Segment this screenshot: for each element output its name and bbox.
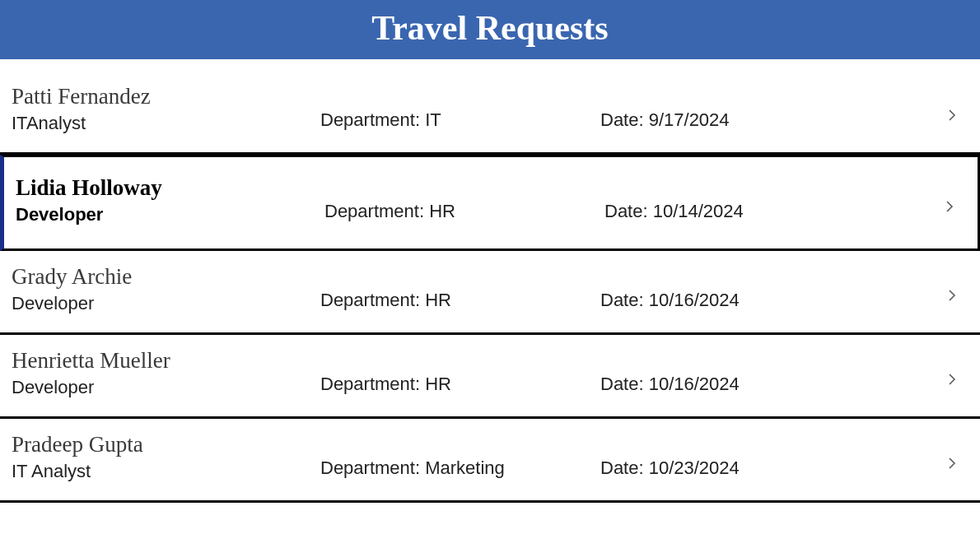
chevron-right-icon[interactable] (936, 97, 968, 122)
page-title: Travel Requests (0, 0, 980, 59)
date-cell: Date: 10/14/2024 (604, 179, 933, 222)
list-item[interactable]: Lidia HollowayDeveloperDepartment: HRDat… (0, 155, 980, 251)
person-role: Developer (16, 204, 324, 225)
request-list: Patti FernandezITAnalystDepartment: ITDa… (0, 71, 980, 503)
person-name: Patti Fernandez (12, 84, 320, 109)
person-name: Pradeep Gupta (12, 432, 320, 457)
person-name: Grady Archie (12, 264, 320, 290)
department-cell: Department: Marketing (320, 436, 600, 479)
person-role: Developer (12, 377, 320, 398)
list-item[interactable]: Grady ArchieDeveloperDepartment: HRDate:… (0, 251, 980, 335)
person-role: ITAnalyst (12, 113, 320, 134)
person-role: IT Analyst (12, 461, 320, 482)
person-name: Lidia Holloway (16, 175, 324, 201)
date-cell: Date: 10/16/2024 (600, 352, 936, 395)
name-role-column: Lidia HollowayDeveloper (16, 175, 324, 225)
department-cell: Department: HR (320, 352, 600, 395)
list-item[interactable]: Pradeep GuptaIT AnalystDepartment: Marke… (0, 419, 980, 503)
chevron-right-icon[interactable] (936, 445, 968, 470)
name-role-column: Patti FernandezITAnalyst (12, 84, 320, 134)
date-cell: Date: 9/17/2024 (600, 88, 936, 131)
department-cell: Department: HR (320, 268, 600, 311)
department-cell: Department: HR (324, 179, 604, 222)
person-role: Developer (12, 293, 320, 314)
department-cell: Department: IT (320, 88, 600, 131)
person-name: Henrietta Mueller (12, 348, 320, 374)
name-role-column: Grady ArchieDeveloper (12, 264, 320, 314)
chevron-right-icon[interactable] (936, 361, 968, 386)
name-role-column: Henrietta MuellerDeveloper (12, 348, 320, 398)
chevron-right-icon[interactable] (936, 277, 968, 302)
chevron-right-icon[interactable] (933, 188, 966, 213)
date-cell: Date: 10/16/2024 (600, 268, 936, 311)
name-role-column: Pradeep GuptaIT Analyst (12, 432, 320, 482)
spacer (0, 59, 980, 71)
date-cell: Date: 10/23/2024 (600, 436, 936, 479)
list-item[interactable]: Patti FernandezITAnalystDepartment: ITDa… (0, 71, 980, 155)
list-item[interactable]: Henrietta MuellerDeveloperDepartment: HR… (0, 335, 980, 419)
